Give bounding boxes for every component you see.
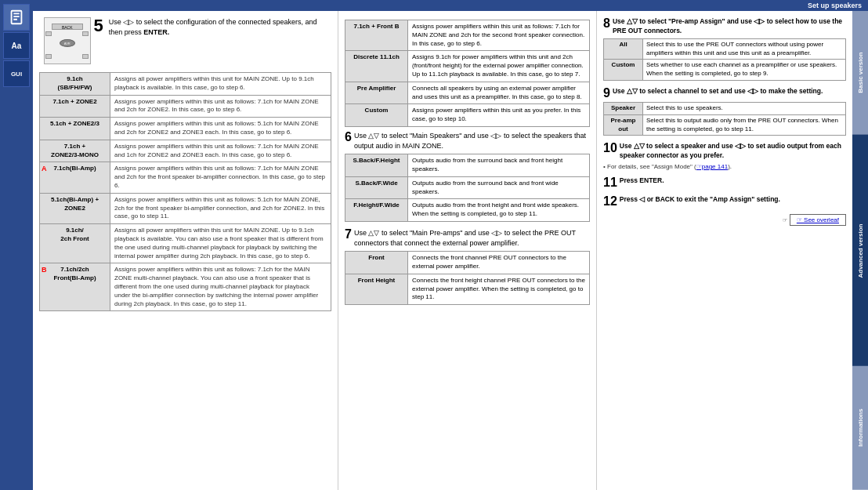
config-desc-4: Assigns power amplifiers within this uni… — [110, 162, 331, 193]
table-row: Speaker Select this to use speakers. — [604, 102, 846, 114]
step6-table: S.Back/F.Height Outputs audio from the s… — [345, 154, 590, 222]
step10-note: • For details, see "Assign Mode" (☞page … — [603, 163, 846, 170]
step9-label-0: Speaker — [604, 102, 643, 114]
step9-text: Use △▽ to select a channel to set and us… — [613, 87, 823, 96]
config-table: 9.1ch(SB/FH/FW) Assigns all power amplif… — [39, 72, 331, 311]
table-row: Pre-amp out Select this to output audio … — [604, 114, 846, 136]
mid-desc-1: Assigns 9.1ch for power amplifiers withi… — [408, 51, 590, 82]
table-row: 9.1ch/2ch Front Assigns all power amplif… — [40, 224, 331, 263]
step8-header: 8 Use △▽ to select "Pre-amp Assign" and … — [603, 17, 846, 36]
step11-header: 11 Press ENTER. — [603, 176, 846, 189]
step9-label-1: Pre-amp out — [604, 114, 643, 136]
table-row: Custom Sets whether to use each channel … — [604, 60, 846, 81]
step6-text: Use △▽ to select "Main Speakers" and use… — [354, 131, 590, 151]
tab-informations[interactable]: Informations — [852, 366, 868, 490]
step7-text: Use △▽ to select "Main Pre-amps" and use… — [354, 228, 590, 248]
tab-basic[interactable]: Basic version — [852, 11, 868, 135]
config-label-1: 7.1ch + ZONE2 — [40, 95, 110, 118]
step12: 12 Press ◁ or BACK to exit the "Amp Assi… — [603, 195, 846, 208]
config-desc-2: Assigns power amplifiers within this uni… — [110, 118, 331, 140]
content-area: BACK AVR 5 Use ◁▷ to select the configur… — [33, 11, 868, 490]
top-bar: Set up speakers — [33, 0, 868, 11]
step10: 10 Use △▽ to select a speaker and use ◁▷… — [603, 142, 846, 170]
step7-desc-0: Connects the front channel PRE OUT conne… — [408, 252, 590, 274]
step7-label-1: Front Height — [345, 274, 408, 304]
book-icon[interactable] — [3, 4, 30, 31]
table-row: Pre Amplifier Connects all speakers by u… — [345, 82, 590, 104]
table-row: 5.1ch(Bi-Amp) +ZONE2 Assigns power ampli… — [40, 193, 331, 223]
step10-text: Use △▽ to select a speaker and use ◁▷ to… — [620, 142, 846, 161]
table-row: 7.1ch + ZONE2 Assigns power amplifiers w… — [40, 95, 331, 118]
text-icon[interactable]: Aa — [3, 32, 30, 59]
step9-desc-1: Select this to output audio only from th… — [643, 114, 846, 136]
step9-desc-0: Select this to use speakers. — [643, 102, 846, 114]
step7-top-table: 7.1ch + Front B Assigns power amplifiers… — [345, 20, 590, 127]
table-row-b: B 7.1ch/2chFront(Bi-Amp) Assigns power a… — [40, 263, 331, 311]
assign-mode-link[interactable]: ☞page 141 — [696, 163, 728, 170]
mid-desc-2: Connects all speakers by using an extern… — [408, 82, 590, 104]
config-label-4: A 7.1ch(Bi-Amp) — [40, 162, 110, 193]
step6-header: 6 Use △▽ to select "Main Speakers" and u… — [345, 131, 590, 151]
middle-section: 7.1ch + Front B Assigns power amplifiers… — [338, 11, 597, 490]
table-row: 7.1ch +ZONE2/3-MONO Assigns power amplif… — [40, 140, 331, 162]
step9-header: 9 Use △▽ to select a channel to set and … — [603, 87, 846, 100]
step6-desc-1: Outputs audio from the surround back and… — [408, 176, 590, 199]
step10-number: 10 — [603, 142, 617, 154]
step5-bold: ENTER. — [143, 28, 169, 36]
overleaf-section: ☞ ☞ See overleaf — [603, 214, 846, 226]
step11-text: Press ENTER. — [620, 176, 664, 186]
config-desc-1: Assigns power amplifiers within this uni… — [110, 95, 331, 118]
book-icon-small: ☞ — [783, 217, 787, 223]
mid-label-0: 7.1ch + Front B — [345, 20, 408, 51]
step6-desc-2: Outputs audio from the front height and … — [408, 199, 590, 222]
step8: 8 Use △▽ to select "Pre-amp Assign" and … — [603, 17, 846, 81]
step10-header: 10 Use △▽ to select a speaker and use ◁▷… — [603, 142, 846, 161]
table-row: 7.1ch + Front B Assigns power amplifiers… — [345, 20, 590, 51]
step11: 11 Press ENTER. — [603, 176, 846, 189]
config-desc-6: Assigns all power amplifiers within this… — [110, 224, 331, 263]
step7-number: 7 — [345, 228, 352, 241]
step8-desc-0: Select this to use the PRE OUT connector… — [643, 38, 846, 60]
step5-header: BACK AVR 5 Use ◁▷ to select the configur… — [39, 17, 331, 67]
step7-table: Front Connects the front channel PRE OUT… — [345, 251, 590, 305]
config-label-6: 9.1ch/2ch Front — [40, 224, 110, 263]
table-row: Custom Assigns power amplifiers within t… — [345, 104, 590, 127]
mid-label-3: Custom — [345, 104, 408, 127]
tab-advanced[interactable]: Advanced version — [852, 135, 868, 367]
step8-desc-1: Sets whether to use each channel as a pr… — [643, 60, 846, 81]
step6-label-1: S.Back/F.Wide — [345, 176, 408, 199]
step8-label-0: All — [604, 38, 643, 60]
right-section: 8 Use △▽ to select "Pre-amp Assign" and … — [597, 11, 852, 490]
table-row: S.Back/F.Wide Outputs audio from the sur… — [345, 176, 590, 199]
gui-icon[interactable]: GUI — [3, 60, 30, 87]
left-section: BACK AVR 5 Use ◁▷ to select the configur… — [33, 11, 338, 490]
step12-text: Press ◁ or BACK to exit the "Amp Assign"… — [620, 195, 780, 205]
config-label-2: 5.1ch + ZONE2/3 — [40, 118, 110, 140]
table-row: 5.1ch + ZONE2/3 Assigns power amplifiers… — [40, 118, 331, 140]
mid-desc-3: Assigns power amplifiers within this uni… — [408, 104, 590, 127]
speaker-diagram: BACK AVR — [44, 17, 91, 64]
config-label-5: 5.1ch(Bi-Amp) +ZONE2 — [40, 193, 110, 223]
left-sidebar: Aa GUI — [0, 0, 33, 490]
step7-label-0: Front — [345, 252, 408, 274]
config-desc-7: Assigns power amplifiers within this uni… — [110, 263, 331, 311]
table-row: S.Back/F.Height Outputs audio from the s… — [345, 154, 590, 177]
config-label-3: 7.1ch +ZONE2/3-MONO — [40, 140, 110, 162]
step6-number: 6 — [345, 131, 352, 143]
mid-desc-0: Assigns power amplifiers within this uni… — [408, 20, 590, 51]
page-title: Set up speakers — [808, 2, 862, 9]
step12-header: 12 Press ◁ or BACK to exit the "Amp Assi… — [603, 195, 846, 208]
step7-header: 7 Use △▽ to select "Main Pre-amps" and u… — [345, 228, 590, 248]
step12-number: 12 — [603, 195, 617, 208]
right-tabs-panel: Basic version Advanced version Informati… — [852, 11, 868, 490]
step9-number: 9 — [603, 87, 610, 100]
step9-table: Speaker Select this to use speakers. Pre… — [603, 102, 846, 136]
config-desc-3: Assigns power amplifiers within this uni… — [110, 140, 331, 162]
config-desc-5: Assigns power amplifiers within this uni… — [110, 193, 331, 223]
mid-label-2: Pre Amplifier — [345, 82, 408, 104]
overleaf-button[interactable]: ☞ See overleaf — [790, 214, 846, 226]
mid-label-1: Discrete 11.1ch — [345, 51, 408, 82]
step9: 9 Use △▽ to select a channel to set and … — [603, 87, 846, 136]
step5-content: Use ◁▷ to select the configuration of th… — [109, 17, 331, 37]
table-row: All Select this to use the PRE OUT conne… — [604, 38, 846, 60]
